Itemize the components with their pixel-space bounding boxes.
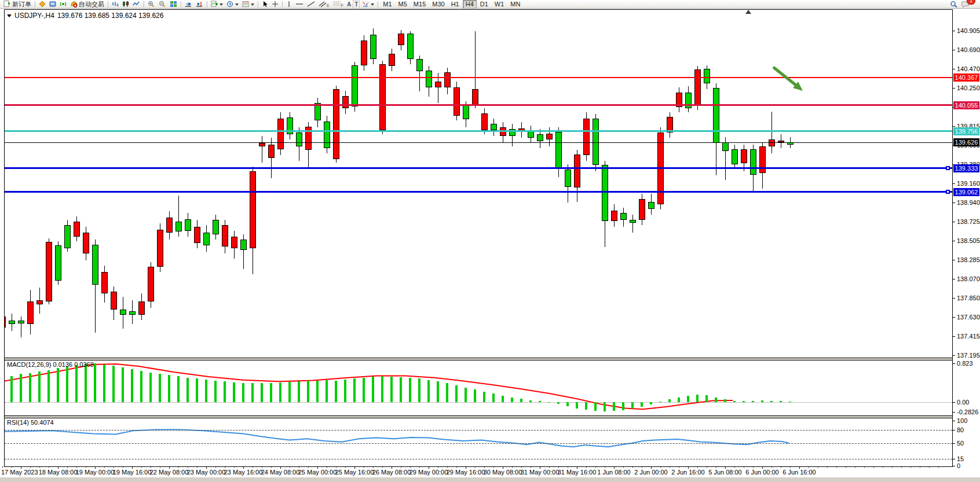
time-minor-tick bbox=[484, 466, 485, 468]
terminal-button[interactable] bbox=[47, 0, 58, 9]
timeframe-button-m5[interactable]: M5 bbox=[396, 0, 410, 9]
timeframe-button-h4[interactable]: H4 bbox=[463, 0, 477, 9]
time-tick-label: 25 May 16:00 bbox=[335, 469, 374, 476]
price-tick bbox=[952, 336, 955, 337]
ohlc-readout: 139.676 139.685 139.624 139.626 bbox=[57, 12, 164, 20]
price-tick-label: 138.505 bbox=[957, 237, 980, 244]
fibonacci-button[interactable]: F bbox=[331, 0, 345, 9]
rsi-tick-label: 100 bbox=[957, 417, 967, 424]
price-tick-label: 140.470 bbox=[957, 65, 980, 72]
candlestick-button[interactable] bbox=[120, 0, 131, 9]
templates-icon bbox=[242, 1, 250, 8]
price-line[interactable] bbox=[5, 104, 952, 106]
price-line[interactable] bbox=[5, 130, 952, 132]
zoom-in-button[interactable] bbox=[146, 0, 157, 9]
channel-label: E bbox=[327, 3, 330, 8]
auto-scroll-button[interactable] bbox=[183, 0, 194, 9]
time-minor-tick bbox=[401, 466, 401, 468]
macd-bar bbox=[409, 378, 411, 402]
rsi-tick-label: 0 bbox=[957, 462, 960, 469]
price-tick bbox=[952, 279, 955, 279]
equidistant-channel-button[interactable]: E bbox=[317, 0, 331, 9]
search-icon[interactable] bbox=[950, 1, 958, 8]
price-tick bbox=[952, 241, 955, 241]
macd-bar bbox=[112, 366, 115, 402]
timeframe-button-mn[interactable]: MN bbox=[507, 0, 523, 9]
time-minor-tick bbox=[781, 466, 781, 468]
periods-button[interactable] bbox=[225, 0, 240, 9]
terminal-icon bbox=[49, 1, 56, 8]
macd-bar bbox=[140, 371, 142, 402]
rsi-tick bbox=[952, 443, 955, 444]
timeframe-button-m30[interactable]: M30 bbox=[429, 0, 447, 9]
macd-tick-label: -0.2826 bbox=[957, 409, 978, 415]
time-tick-label: 2 Jun 16:00 bbox=[671, 469, 705, 476]
signals-button[interactable] bbox=[58, 0, 68, 9]
text-tool-button[interactable]: A bbox=[345, 0, 353, 9]
macd-bar bbox=[159, 374, 161, 402]
line-chart-button[interactable] bbox=[131, 0, 142, 9]
rsi-tick bbox=[952, 430, 955, 431]
chart-shift-button[interactable] bbox=[194, 0, 205, 9]
time-tick-label: 23 May 00:00 bbox=[187, 469, 226, 476]
macd-bar bbox=[298, 381, 300, 402]
timeframe-button-d1[interactable]: D1 bbox=[477, 0, 491, 9]
bar-chart-button[interactable] bbox=[110, 0, 120, 9]
trendline-button[interactable] bbox=[305, 0, 317, 9]
line-handle[interactable] bbox=[946, 190, 950, 194]
time-minor-tick bbox=[438, 466, 438, 468]
macd-bar bbox=[214, 381, 217, 402]
time-minor-tick bbox=[104, 466, 105, 468]
timeframe-button-w1[interactable]: W1 bbox=[492, 0, 507, 9]
timeframe-button-m15[interactable]: M15 bbox=[411, 0, 429, 9]
macd-bar bbox=[659, 402, 661, 402]
price-line[interactable] bbox=[5, 77, 952, 78]
macd-bar bbox=[557, 402, 560, 404]
price-tick bbox=[952, 222, 955, 222]
line-chart-icon bbox=[133, 1, 140, 8]
time-minor-tick bbox=[456, 466, 457, 468]
price-line[interactable] bbox=[5, 191, 952, 193]
text-label-tool-button[interactable]: T bbox=[353, 0, 360, 9]
macd-bar bbox=[743, 401, 745, 402]
line-handle[interactable] bbox=[946, 166, 950, 170]
macd-tick-label: 0.823 bbox=[957, 360, 973, 367]
notifications-button[interactable]: 1 bbox=[961, 1, 975, 8]
arrows-tool-button[interactable] bbox=[360, 0, 376, 9]
time-tick-label: 2 Jun 00:00 bbox=[634, 469, 668, 476]
cursor-button[interactable] bbox=[260, 0, 270, 9]
vertical-line-button[interactable] bbox=[284, 0, 294, 9]
price-line[interactable] bbox=[5, 142, 952, 143]
macd-bar bbox=[604, 402, 606, 411]
price-tick-label: 138.070 bbox=[957, 275, 980, 282]
templates-button[interactable] bbox=[240, 0, 256, 9]
price-tick bbox=[952, 260, 955, 260]
new-order-button[interactable]: 新订单 bbox=[2, 0, 33, 9]
time-minor-tick bbox=[660, 466, 661, 468]
time-minor-tick bbox=[114, 466, 114, 468]
timeframe-button-h1[interactable]: H1 bbox=[448, 0, 462, 9]
objects-button[interactable] bbox=[37, 0, 47, 9]
price-badge: 139.333 bbox=[953, 164, 979, 172]
indicators-icon bbox=[211, 1, 218, 8]
price-line[interactable] bbox=[5, 167, 952, 169]
price-tick bbox=[952, 126, 955, 127]
timeframe-button-m1[interactable]: M1 bbox=[380, 0, 394, 9]
auto-trade-button[interactable]: 自动交易 bbox=[68, 0, 106, 9]
time-minor-tick bbox=[49, 466, 49, 468]
indicators-button[interactable] bbox=[209, 0, 225, 9]
macd-bar bbox=[427, 380, 430, 402]
time-minor-tick bbox=[373, 466, 374, 468]
macd-bar bbox=[316, 381, 319, 402]
crosshair-button[interactable] bbox=[270, 0, 280, 9]
text-label-icon: T bbox=[354, 1, 358, 8]
time-minor-tick bbox=[595, 466, 596, 468]
time-minor-tick bbox=[76, 466, 77, 468]
zoom-out-button[interactable] bbox=[157, 0, 168, 9]
fibonacci-icon bbox=[333, 1, 341, 8]
tile-windows-button[interactable] bbox=[168, 0, 179, 9]
symbol-expander-icon[interactable] bbox=[7, 14, 12, 20]
horizontal-line-button[interactable] bbox=[294, 0, 305, 9]
separator bbox=[35, 1, 35, 8]
macd-bar bbox=[668, 399, 671, 402]
